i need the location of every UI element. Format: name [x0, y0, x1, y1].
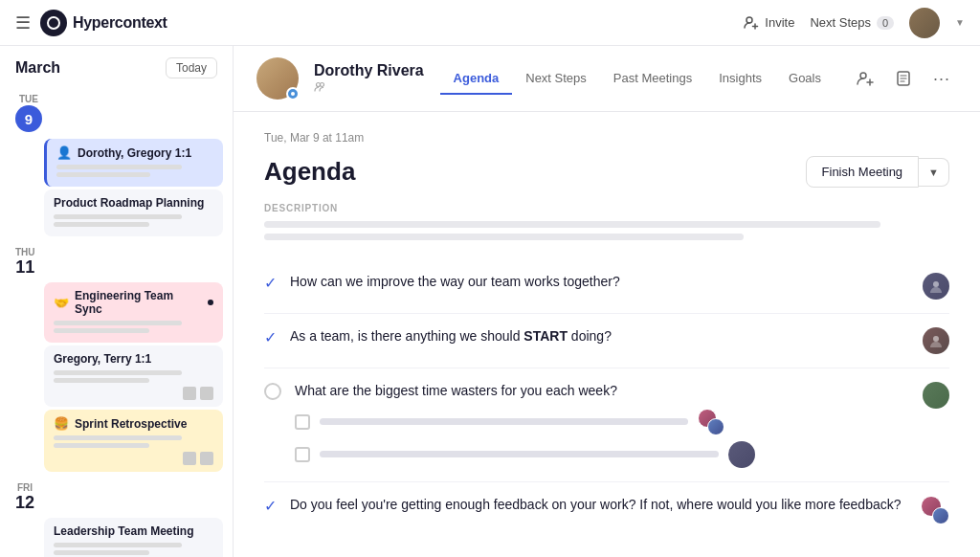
meeting-card-sprint-retrospective[interactable]: 🍔 Sprint Retrospective — [44, 410, 223, 472]
day-section-thu: THU 11 🤝 Engineering Team Sync — [0, 239, 233, 472]
agenda-item-text-1: How can we improve the way our team work… — [290, 274, 620, 289]
svg-point-7 — [933, 336, 939, 342]
item-avatar-3 — [923, 382, 949, 409]
meeting-sub — [314, 81, 425, 95]
sub-check-square-1 — [295, 414, 310, 430]
agenda-item-4: ✓ Do you feel you're getting enough feed… — [264, 482, 949, 538]
hamburger-icon[interactable]: ☰ — [15, 12, 31, 33]
check-icon-1: ✓ — [264, 274, 277, 292]
meeting-header: Dorothy Rivera Agenda Next Steps Past Me… — [234, 46, 980, 112]
agenda-content: Tue, Mar 9 at 11am Agenda Finish Meeting… — [234, 112, 980, 557]
sidebar-month: March — [15, 59, 60, 77]
agenda-item-content-3: What are the biggest time wasters for yo… — [295, 382, 909, 468]
agenda-item-text-3: What are the biggest time wasters for yo… — [295, 383, 617, 398]
finish-meeting-button[interactable]: Finish Meeting — [806, 156, 920, 188]
check-icon-4: ✓ — [264, 497, 277, 515]
tab-insights[interactable]: Insights — [705, 63, 775, 95]
day-label-tue: TUE 9 — [15, 94, 42, 132]
content-area: Dorothy Rivera Agenda Next Steps Past Me… — [234, 46, 980, 557]
svg-point-6 — [933, 281, 939, 287]
invite-label: Invite — [765, 15, 794, 30]
today-button[interactable]: Today — [166, 57, 217, 78]
agenda-title-row: Agenda Finish Meeting ▼ — [264, 156, 949, 188]
main-layout: March Today TUE 9 👤 Dorothy, Gregory 1:1 — [0, 46, 980, 557]
day-header-thu: THU 11 — [0, 239, 233, 279]
item-avatar-2 — [923, 327, 949, 354]
meeting-info: Dorothy Rivera — [314, 62, 425, 95]
logo-icon — [40, 10, 67, 36]
next-steps-label: Next Steps — [810, 15, 871, 30]
agenda-item-text-2: As a team, is there anything we should S… — [290, 328, 612, 344]
agenda-title: Agenda — [264, 157, 355, 187]
check-icon-2: ✓ — [264, 328, 277, 346]
meeting-card-dorothy-gregory[interactable]: 👤 Dorothy, Gregory 1:1 — [44, 139, 223, 187]
sidebar-scroll: TUE 9 👤 Dorothy, Gregory 1:1 — [0, 86, 233, 557]
meeting-card-gregory-terry[interactable]: Gregory, Terry 1:1 — [44, 345, 223, 407]
meeting-person-name: Dorothy Rivera — [314, 62, 425, 79]
sidebar: March Today TUE 9 👤 Dorothy, Gregory 1:1 — [0, 46, 234, 557]
agenda-item-content-4: Do you feel you're getting enough feedba… — [290, 496, 907, 515]
agenda-sub-items-3 — [295, 409, 909, 468]
sub-avatar-3-1 — [698, 409, 724, 435]
agenda-item-2: ✓ As a team, is there anything we should… — [264, 314, 949, 368]
description-lines — [264, 221, 949, 240]
add-participant-icon[interactable] — [850, 63, 880, 94]
finish-meeting-dropdown-button[interactable]: ▼ — [919, 158, 949, 187]
meeting-tabs: Agenda Next Steps Past Meetings Insights… — [440, 63, 835, 95]
finish-meeting-button-wrap: Finish Meeting ▼ — [806, 156, 949, 188]
invite-button[interactable]: Invite — [744, 15, 794, 31]
user-menu-chevron[interactable]: ▼ — [955, 17, 965, 28]
agenda-items-list: ✓ How can we improve the way our team wo… — [264, 259, 949, 538]
svg-point-0 — [746, 17, 752, 23]
sidebar-header: March Today — [0, 46, 233, 86]
agenda-item-content-1: How can we improve the way our team work… — [290, 273, 909, 292]
item-avatar-1 — [923, 273, 949, 300]
svg-point-4 — [860, 73, 866, 78]
sub-item-3-1 — [295, 409, 909, 435]
item-avatar-4 — [921, 496, 949, 524]
agenda-item-3: What are the biggest time wasters for yo… — [264, 368, 949, 482]
tab-past-meetings[interactable]: Past Meetings — [600, 63, 705, 95]
top-navigation: ☰ Hypercontext Invite Next Steps 0 ▼ — [0, 0, 980, 46]
more-options-icon[interactable]: ··· — [926, 63, 957, 94]
agenda-item-content-2: As a team, is there anything we should S… — [290, 327, 909, 346]
day-label-thu: THU 11 — [15, 247, 35, 276]
nav-right: Invite Next Steps 0 ▼ — [744, 8, 965, 38]
invite-icon — [744, 15, 759, 31]
day-header-tue: TUE 9 — [0, 86, 233, 136]
logo: Hypercontext — [40, 10, 167, 36]
day-section-tue: TUE 9 👤 Dorothy, Gregory 1:1 — [0, 86, 233, 236]
agenda-item-text-4: Do you feel you're getting enough feedba… — [290, 497, 902, 512]
meeting-datetime: Tue, Mar 9 at 11am — [264, 131, 949, 145]
day-section-fri: FRI 12 Leadership Team Meeting — [0, 475, 233, 557]
sub-item-3-2 — [295, 441, 909, 468]
svg-point-2 — [317, 83, 321, 87]
check-circle-3 — [264, 383, 281, 400]
tab-goals[interactable]: Goals — [775, 63, 835, 95]
user-avatar[interactable] — [909, 8, 940, 38]
day-label-fri: FRI 12 — [15, 482, 34, 511]
notes-icon[interactable] — [888, 63, 919, 94]
app-name: Hypercontext — [73, 14, 167, 32]
agenda-item-1: ✓ How can we improve the way our team wo… — [264, 259, 949, 314]
meeting-card-leadership[interactable]: Leadership Team Meeting — [44, 518, 223, 557]
day-header-fri: FRI 12 — [0, 475, 233, 515]
nav-left: ☰ Hypercontext — [15, 10, 732, 36]
sub-avatar-3-2 — [728, 441, 755, 468]
next-steps-badge: 0 — [877, 16, 894, 30]
tab-agenda[interactable]: Agenda — [440, 63, 513, 95]
meeting-card-engineering-team-sync[interactable]: 🤝 Engineering Team Sync — [44, 282, 223, 343]
svg-point-1 — [291, 92, 295, 96]
meeting-card-product-roadmap[interactable]: Product Roadmap Planning — [44, 189, 223, 236]
meeting-avatar — [256, 57, 299, 100]
description-label: DESCRIPTION — [264, 203, 949, 213]
sub-check-square-2 — [295, 447, 310, 462]
tab-next-steps[interactable]: Next Steps — [512, 63, 600, 95]
next-steps-button[interactable]: Next Steps 0 — [810, 15, 894, 30]
svg-point-3 — [321, 83, 324, 87]
header-actions: ··· — [850, 63, 957, 94]
